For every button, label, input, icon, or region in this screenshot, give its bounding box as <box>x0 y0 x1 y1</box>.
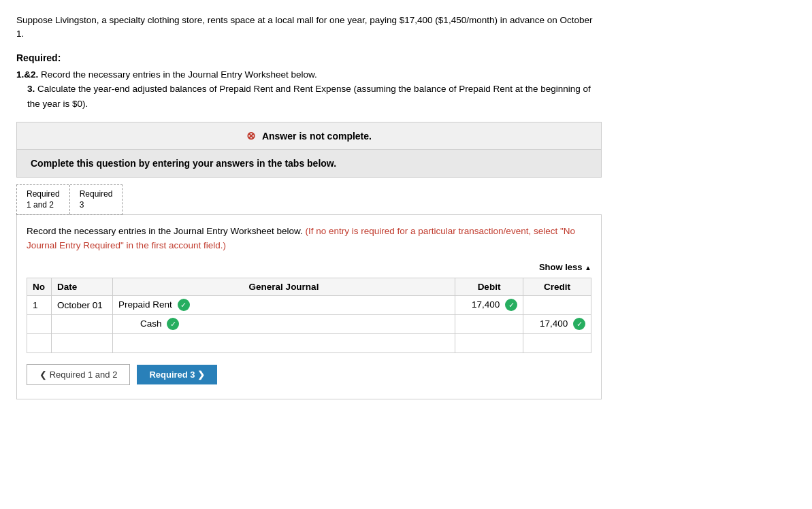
intro-text: Suppose Livingston, a specialty clothing… <box>16 14 602 42</box>
table-row: Cash ✓ 17,400 ✓ <box>27 314 591 333</box>
instruction-item3-text: Calculate the year-end adjusted balances… <box>27 84 591 109</box>
cell-debit[interactable]: 17,400 ✓ <box>455 295 523 314</box>
journal-entry-table: No Date General Journal Debit Credit 1 O… <box>27 278 591 353</box>
show-less-arrow-icon: ▲ <box>585 264 591 272</box>
instructions: 1.&2. Record the necessary entries in th… <box>16 67 602 112</box>
cell-date: October 01 <box>52 295 113 314</box>
answer-banner: ⊗ Answer is not complete. <box>16 122 602 150</box>
prev-button-label: Required 1 and 2 <box>50 370 118 380</box>
next-button[interactable]: Required 3 <box>137 365 217 384</box>
worksheet-area: Record the necessary entries in the Jour… <box>16 214 602 399</box>
journal-check-icon: ✓ <box>178 299 190 311</box>
tab-2-label: Required <box>80 189 113 200</box>
cell-credit[interactable]: 17,400 ✓ <box>523 314 591 333</box>
instruction-item1-label: 1.&2. <box>16 69 38 80</box>
cell-credit[interactable] <box>523 295 591 314</box>
table-row <box>27 333 591 352</box>
journal-check-icon-2: ✓ <box>167 318 179 330</box>
cell-credit[interactable] <box>523 333 591 352</box>
journal-indent-text: Cash ✓ <box>118 318 179 329</box>
cell-date <box>52 314 113 333</box>
cell-date <box>52 333 113 352</box>
error-icon: ⊗ <box>246 130 255 142</box>
answer-banner-text: Answer is not complete. <box>262 131 372 142</box>
show-less-label: Show less <box>539 262 583 272</box>
worksheet-desc-normal: Record the necessary entries in the Jour… <box>27 226 303 236</box>
cell-no: 1 <box>27 295 52 314</box>
th-credit: Credit <box>523 278 591 295</box>
cell-debit[interactable] <box>455 333 523 352</box>
th-date: Date <box>52 278 113 295</box>
tab-required-3[interactable]: Required 3 <box>70 185 123 214</box>
cell-journal[interactable]: Cash ✓ <box>113 314 455 333</box>
required-heading: Required: <box>16 52 796 63</box>
complete-banner-text: Complete this question by entering your … <box>31 158 587 169</box>
credit-check-icon: ✓ <box>573 318 585 330</box>
table-row: 1 October 01 Prepaid Rent ✓ 17,400 ✓ <box>27 295 591 314</box>
cell-journal[interactable]: Prepaid Rent ✓ <box>113 295 455 314</box>
prev-button[interactable]: Required 1 and 2 <box>27 364 130 385</box>
tab-1-sub: 1 and 2 <box>27 200 60 211</box>
th-no: No <box>27 278 52 295</box>
worksheet-description: Record the necessary entries in the Jour… <box>27 225 591 252</box>
nav-buttons: Required 1 and 2 Required 3 <box>27 364 591 385</box>
th-debit: Debit <box>455 278 523 295</box>
tab-1-label: Required <box>27 189 60 200</box>
cell-debit[interactable] <box>455 314 523 333</box>
cell-no <box>27 314 52 333</box>
debit-check-icon: ✓ <box>505 299 517 311</box>
next-button-label: Required 3 <box>149 370 195 380</box>
cell-no <box>27 333 52 352</box>
th-general-journal: General Journal <box>113 278 455 295</box>
tabs-container: Required 1 and 2 Required 3 <box>16 184 123 215</box>
instruction-item1-text: Record the necessary entries in the Jour… <box>41 69 317 80</box>
tab-required-1-and-2[interactable]: Required 1 and 2 <box>17 185 70 214</box>
complete-banner: Complete this question by entering your … <box>16 150 602 178</box>
cell-journal[interactable] <box>113 333 455 352</box>
tab-2-sub: 3 <box>80 200 113 211</box>
show-less[interactable]: Show less ▲ <box>27 262 591 272</box>
instruction-item3-label: 3. <box>27 84 35 94</box>
